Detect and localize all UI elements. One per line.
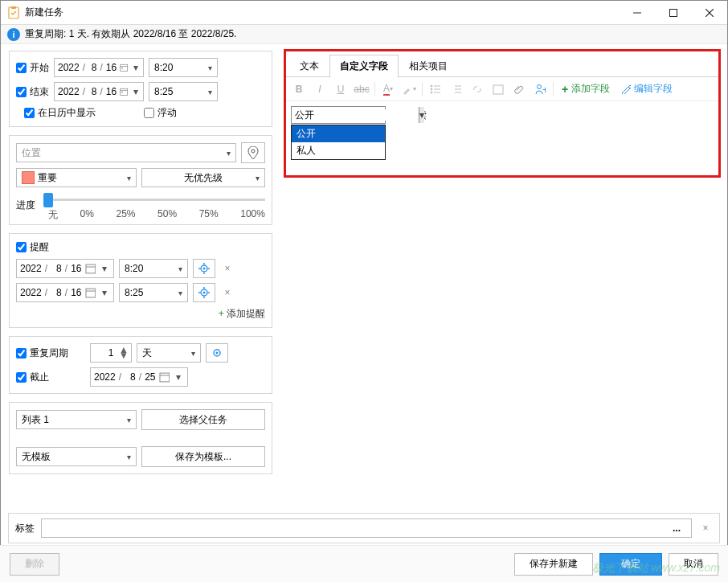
reminder-date-1[interactable]: 2022/ 8/ 16 ▾ [16,283,114,302]
save-and-new-button[interactable]: 保存并新建 [514,553,593,576]
tab-custom-fields[interactable]: 自定义字段 [329,55,399,77]
bullet-list-button[interactable] [426,80,445,99]
app-icon [7,6,20,19]
left-column: 开始 2022/ 8/ 16 ▾ 8:20▾ 结束 2022/ 8/ 16 [1,44,280,581]
reminder-checkbox[interactable]: 提醒 [16,240,49,254]
chevron-down-icon: ▾ [132,86,140,97]
calendar-icon [85,287,96,298]
recurrence-panel: 重复周期 1 ▲▼ 天▾ 截止 2022/ 8/ 25 [9,336,272,394]
recurrence-unit[interactable]: 天▾ [137,343,201,363]
tags-clear[interactable]: × [698,523,713,534]
svg-rect-3 [669,9,677,16]
ordered-list-icon [451,84,462,95]
tab-text[interactable]: 文本 [289,55,329,77]
start-time-select[interactable]: 8:20▾ [149,58,218,77]
svg-rect-8 [121,68,122,68]
tags-input[interactable]: ... [41,518,692,538]
reminder-panel: 提醒 2022/ 8/ 16 ▾ 8:20▾ × [9,233,272,328]
reminder-settings-0[interactable] [193,259,215,278]
strike-button[interactable]: abc [352,80,371,99]
highlight-icon [402,84,413,95]
chevron-down-icon: ▾ [208,88,212,96]
save-template-button[interactable]: 保存为模板... [141,446,265,467]
link-icon [472,84,483,95]
end-checkbox[interactable]: 结束 [16,85,49,99]
highlight-box: 文本 自定义字段 相关项目 B I U abc A▾ ▾ + +添加 [284,49,721,178]
progress-slider[interactable]: 无 0% 25% 50% 75% 100% [48,192,265,218]
recurrence-settings[interactable] [206,343,228,363]
svg-point-37 [431,92,432,93]
add-reminder-link[interactable]: + 添加提醒 [16,307,265,321]
start-checkbox[interactable]: 开始 [16,61,49,75]
reminder-time-0[interactable]: 8:20▾ [119,259,188,278]
recurrence-count[interactable]: 1 ▲▼ [90,343,132,363]
chevron-down-icon: ▾ [256,174,260,182]
visibility-dropdown: 公开 私人 [291,125,386,160]
tab-related[interactable]: 相关项目 [399,55,458,77]
person-icon: + [534,84,546,95]
svg-point-30 [216,352,219,355]
svg-rect-0 [9,7,18,18]
reminder-settings-1[interactable] [193,283,215,302]
map-pin-icon [247,146,259,159]
tags-more-button[interactable]: ... [667,518,686,538]
template-select[interactable]: 无模板▾ [16,447,137,466]
visibility-input[interactable] [292,109,419,121]
bold-button[interactable]: B [289,80,309,99]
svg-rect-21 [85,289,95,297]
edit-field-button[interactable]: 编辑字段 [616,82,677,96]
priority-select[interactable]: 无优先级▾ [141,168,265,187]
select-parent-button[interactable]: 选择父任务 [141,409,265,430]
deadline-date[interactable]: 2022/ 8/ 25 ▾ [90,367,188,387]
calendar-icon [120,86,128,97]
chevron-down-icon: ▾ [127,174,131,182]
deadline-checkbox[interactable]: 截止 [16,371,85,384]
combo-dropdown-button[interactable]: ▾ [419,107,424,123]
number-list-button[interactable] [447,80,466,99]
svg-rect-31 [159,373,169,382]
highlight-button[interactable]: ▾ [399,80,419,99]
svg-point-24 [203,292,206,294]
recurrence-checkbox[interactable]: 重复周期 [16,346,85,360]
font-color-button[interactable]: A▾ [378,80,398,99]
reminder-remove-0[interactable]: × [220,263,235,274]
list-select[interactable]: 列表 1▾ [16,410,137,429]
svg-rect-42 [493,85,503,94]
end-date-field[interactable]: 2022/ 8/ 16 ▾ [54,82,144,101]
person-button[interactable]: + [530,80,550,99]
underline-button[interactable]: U [331,80,350,99]
end-time-select[interactable]: 8:25▾ [149,82,218,101]
minimize-button[interactable] [619,1,655,24]
reminder-remove-1[interactable]: × [220,287,235,298]
progress-label: 进度 [16,199,42,212]
dropdown-item-public[interactable]: 公开 [292,125,385,142]
chevron-down-icon: ▾ [227,149,231,158]
reminder-time-1[interactable]: 8:25▾ [119,283,188,302]
reminder-date-0[interactable]: 2022/ 8/ 16 ▾ [16,259,114,278]
svg-rect-6 [121,64,128,71]
attach-button[interactable] [509,80,529,99]
importance-select[interactable]: 重要 ▾ [16,168,137,187]
visibility-combo[interactable]: ▾ 公开 私人 [291,106,386,124]
svg-point-12 [252,150,255,153]
add-field-button[interactable]: +添加字段 [557,82,615,96]
map-pin-button[interactable] [241,142,265,163]
maximize-button[interactable] [655,1,691,24]
list-icon [430,84,441,95]
floating-checkbox[interactable]: 浮动 [144,106,177,120]
link-button[interactable] [468,80,487,99]
calendar-icon [120,62,128,73]
close-button[interactable] [691,1,727,24]
location-select[interactable]: 位置▾ [16,143,236,162]
start-date-field[interactable]: 2022/ 8/ 16 ▾ [54,58,144,77]
delete-button[interactable]: 删除 [10,553,59,576]
window-title: 新建任务 [25,6,619,19]
footer: 删除 保存并新建 确定 取消 极光下载站 www.xz7.com [0,545,728,582]
italic-button[interactable]: I [310,80,329,99]
dropdown-item-private[interactable]: 私人 [292,142,385,159]
date-button[interactable] [489,80,508,99]
show-in-calendar-checkbox[interactable]: 在日历中显示 [24,106,96,120]
datetime-panel: 开始 2022/ 8/ 16 ▾ 8:20▾ 结束 2022/ 8/ 16 [9,51,272,127]
svg-rect-13 [85,264,95,273]
calendar-icon [85,263,96,274]
